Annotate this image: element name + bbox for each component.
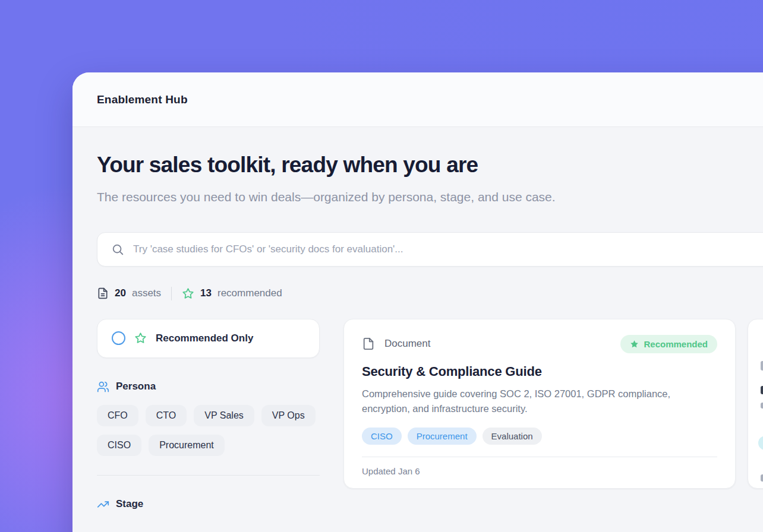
sidebar-divider (97, 475, 320, 476)
tag-procurement[interactable]: Procurement (408, 428, 477, 445)
asset-updated: Updated Jan 6 (362, 457, 717, 488)
tag-ciso[interactable]: CISO (362, 428, 402, 445)
stats-divider (171, 287, 172, 300)
clipped-asset-card[interactable] (748, 319, 763, 489)
search-input[interactable] (133, 243, 763, 255)
page-subtitle: The resources you need to win deals—orga… (97, 186, 560, 208)
tag-evaluation[interactable]: Evaluation (483, 428, 542, 445)
persona-chip-cto[interactable]: CTO (146, 405, 187, 426)
clipped-text-fragment (761, 403, 763, 408)
filters-sidebar: Recommended Only Persona CFO (97, 319, 320, 511)
asset-description: Comprehensive guide covering SOC 2, ISO … (362, 387, 686, 417)
assets-label: assets (132, 287, 161, 299)
content-row: Recommended Only Persona CFO (97, 319, 763, 511)
recommended-label: recommended (217, 287, 282, 299)
stage-section-header: Stage (97, 498, 320, 511)
persona-chip-cfo[interactable]: CFO (97, 405, 138, 426)
clipped-footer-fragment (761, 474, 763, 482)
toggle-circle-icon[interactable] (112, 331, 125, 345)
persona-section-header: Persona (97, 381, 320, 393)
asset-type-label: Document (384, 338, 430, 350)
persona-section-label: Persona (116, 381, 156, 392)
star-outline-icon (134, 332, 147, 344)
persona-chip-ciso[interactable]: CISO (97, 435, 141, 456)
asset-card-header: Document Recommended (362, 335, 717, 353)
recommended-count: 13 (200, 287, 212, 299)
search-icon (111, 243, 124, 256)
star-outline-icon (182, 287, 194, 300)
results-grid: Document Recommended Security & Complian… (343, 319, 763, 489)
recommended-badge: Recommended (620, 335, 717, 353)
app-body: Your sales toolkit, ready when you are T… (72, 127, 763, 511)
file-text-icon (97, 287, 109, 299)
page-title: Your sales toolkit, ready when you are (97, 152, 763, 178)
persona-chip-procurement[interactable]: Procurement (149, 435, 225, 456)
search-bar[interactable] (97, 232, 763, 267)
stage-section-label: Stage (116, 498, 143, 510)
asset-tags: CISO Procurement Evaluation (362, 428, 717, 445)
assets-stat: 20 assets (97, 287, 161, 299)
persona-chip-vp-sales[interactable]: VP Sales (194, 405, 254, 426)
asset-title: Security & Compliance Guide (362, 364, 717, 379)
app-title: Enablement Hub (97, 93, 188, 106)
recommended-only-toggle[interactable]: Recommended Only (97, 319, 320, 358)
asset-card-security-compliance-guide[interactable]: Document Recommended Security & Complian… (343, 319, 736, 489)
enablement-hub-window: Enablement Hub Your sales toolkit, ready… (72, 72, 763, 532)
app-header: Enablement Hub (72, 72, 763, 127)
star-filled-icon (630, 340, 639, 349)
clipped-tag-fragment (758, 436, 763, 450)
assets-count: 20 (115, 287, 126, 299)
trending-up-icon (97, 498, 109, 511)
recommended-badge-label: Recommended (644, 339, 708, 349)
recommended-only-label: Recommended Only (156, 332, 253, 344)
recommended-stat: 13 recommended (182, 287, 282, 300)
file-icon (362, 337, 375, 350)
stats-row: 20 assets 13 recommended (97, 287, 763, 300)
clipped-title-fragment (761, 386, 763, 394)
persona-chip-vp-ops[interactable]: VP Ops (261, 405, 316, 426)
clipped-icon-fragment (761, 361, 763, 370)
users-icon (97, 381, 109, 393)
persona-chips: CFO CTO VP Sales VP Ops CISO Procurement (97, 405, 320, 456)
